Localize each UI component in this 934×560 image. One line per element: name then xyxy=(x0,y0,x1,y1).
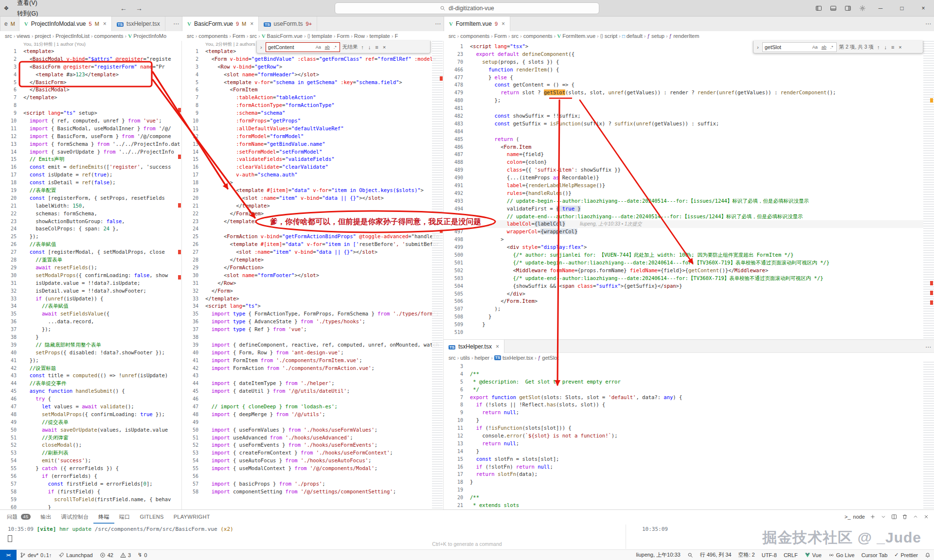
breadcrumb-item[interactable]: ƒ setup xyxy=(647,33,664,39)
panel-tab-gitlens[interactable]: GITLENS xyxy=(135,510,169,524)
find-input[interactable] xyxy=(765,44,809,50)
find-toggle-replace-icon[interactable]: › xyxy=(259,44,263,50)
kill-terminal-icon[interactable] xyxy=(902,514,908,520)
tab-close-icon[interactable]: × xyxy=(103,20,107,27)
tab-overflow-icon[interactable]: ⋯ xyxy=(173,17,179,31)
panel-tab-[interactable]: 终端 xyxy=(93,510,114,524)
find-toggle-replace-icon[interactable]: › xyxy=(756,44,760,50)
find-in-selection-icon[interactable]: ≡ xyxy=(374,44,379,50)
panel-tab-[interactable]: 端口 xyxy=(114,510,135,524)
forward-icon[interactable]: → xyxy=(136,4,143,12)
status-item-launchpad[interactable]: Launchpad xyxy=(55,550,96,560)
status-item-go-live[interactable]: Go Live xyxy=(825,550,858,560)
breadcrumb-item[interactable]: V BasicForm.vue xyxy=(262,33,303,39)
breadcrumb-item[interactable]: template xyxy=(370,33,390,39)
breadcrumb-item[interactable]: utils xyxy=(460,355,470,361)
status-item-cursor-tab[interactable]: Cursor Tab xyxy=(858,550,891,560)
status-item-42[interactable]: 42 xyxy=(96,550,117,560)
status-item-dev[interactable]: dev*0↓1↑ xyxy=(17,550,55,560)
status-item-utf-8[interactable]: UTF-8 xyxy=(758,550,780,560)
breadcrumb[interactable]: src›views›project›ProjectInfoList›compon… xyxy=(0,31,182,41)
breadcrumb[interactable]: src›components›Form›src›components›V For… xyxy=(444,31,934,41)
status-item-vue[interactable]: Vue xyxy=(801,550,825,560)
status-item-bell[interactable] xyxy=(921,550,934,560)
match-case-icon[interactable]: Aa xyxy=(811,44,819,50)
status-item-prettier[interactable]: ✓Prettier xyxy=(891,550,921,560)
split-terminal-icon[interactable] xyxy=(891,514,897,520)
panel-tab-playwright[interactable]: PLAYWRIGHT xyxy=(169,510,215,524)
status-item-search[interactable] xyxy=(684,550,697,560)
tab-formitem-vue[interactable]: VFormItem.vue9× xyxy=(444,17,510,31)
breadcrumb-item[interactable]: src xyxy=(187,33,194,39)
minimap[interactable] xyxy=(432,41,443,509)
command-center-search[interactable]: dl-digitization-vue xyxy=(335,2,599,14)
terminal-shell-item[interactable]: >_ node xyxy=(844,514,865,520)
tab-close-icon[interactable]: × xyxy=(502,20,505,27)
status-item-2[interactable]: 空格: 2 xyxy=(735,550,758,560)
codelens[interactable]: You, 31分钟前 | 1 author (You) xyxy=(0,41,181,48)
remote-indicator[interactable]: >< xyxy=(0,550,17,560)
breadcrumb[interactable]: src›utils›helper›TS tsxHelper.tsx›ƒ getS… xyxy=(444,353,934,363)
breadcrumb-item[interactable]: src xyxy=(449,33,456,39)
tab-stub[interactable]: e M xyxy=(0,17,19,31)
breadcrumb-item[interactable]: Form xyxy=(337,33,350,39)
find-in-selection-icon[interactable]: ≡ xyxy=(890,44,895,50)
layout-sidebar-right-icon[interactable] xyxy=(841,0,855,17)
tab-overflow-icon[interactable]: ⋯ xyxy=(925,17,931,31)
status-item-3[interactable]: 3 xyxy=(117,550,134,560)
whole-word-icon[interactable]: ab xyxy=(324,44,331,50)
editor-basicform[interactable]: You, 2分钟前 | 2 authors (liupeng and one o… xyxy=(182,41,444,509)
find-next-icon[interactable]: ↓ xyxy=(883,44,888,50)
tab-close-icon[interactable]: × xyxy=(250,20,253,27)
breadcrumb-item[interactable]: ƒ renderItem xyxy=(669,33,700,39)
find-close-icon[interactable]: × xyxy=(382,44,387,50)
breadcrumb-item[interactable]: Form xyxy=(233,33,245,39)
minimap[interactable] xyxy=(923,362,934,509)
layout-panel-icon[interactable] xyxy=(826,0,841,17)
breadcrumb-item[interactable]: components xyxy=(198,33,228,39)
settings-gear-icon[interactable] xyxy=(855,0,870,17)
find-prev-icon[interactable]: ↑ xyxy=(876,44,881,50)
tab-tsxhelper-tsx[interactable]: TStsxHelper.tsx× xyxy=(444,340,504,353)
breadcrumb-item[interactable]: ƒ getSlot xyxy=(538,355,559,361)
breadcrumb-item[interactable]: src xyxy=(250,33,257,39)
new-terminal-icon[interactable] xyxy=(870,514,876,520)
breadcrumb-item[interactable]: ProjectInfoList xyxy=(55,33,90,39)
status-item-liupeng-10-33[interactable]: liupeng, 上午10:33 xyxy=(633,550,684,560)
breadcrumb-item[interactable]: components xyxy=(523,33,553,39)
find-next-icon[interactable]: ↓ xyxy=(367,44,372,50)
editor-formitem[interactable]: 1<script lang="tsx">23 export default de… xyxy=(444,41,934,339)
tab-overflow-icon[interactable]: ⋯ xyxy=(435,17,441,31)
breadcrumb-item[interactable]: src xyxy=(449,355,456,361)
editor-projectinfomodal[interactable]: You, 31分钟前 | 1 author (You)1<template>2 … xyxy=(0,41,182,509)
panel-tab-[interactable]: 输出 xyxy=(36,510,56,524)
tab-overflow-icon[interactable]: ⋯ xyxy=(925,340,931,354)
breadcrumb-item[interactable]: src xyxy=(5,33,12,39)
maximize-button[interactable]: □ xyxy=(891,0,913,17)
maximize-panel-icon[interactable] xyxy=(913,514,918,520)
chevron-down-icon[interactable] xyxy=(880,514,886,520)
breadcrumb-item[interactable]: □ default xyxy=(622,33,643,39)
find-close-icon[interactable]: × xyxy=(898,44,902,50)
find-input[interactable] xyxy=(268,44,313,50)
regex-icon[interactable]: .* xyxy=(829,44,834,50)
breadcrumb-item[interactable]: {} template xyxy=(307,33,332,39)
regex-icon[interactable]: .* xyxy=(333,44,338,50)
tab-projectinfomodal-vue[interactable]: VProjectInfoModal.vue5M× xyxy=(19,17,112,31)
tab-close-icon[interactable]: × xyxy=(496,343,499,350)
breadcrumb-item[interactable]: {} script xyxy=(600,33,617,39)
breadcrumb-item[interactable]: TS tsxHelper.tsx xyxy=(494,355,533,361)
breadcrumb-item[interactable]: src xyxy=(511,33,519,39)
status-item-0[interactable]: ↯0 xyxy=(134,550,150,560)
find-prev-icon[interactable]: ↑ xyxy=(360,44,365,50)
back-icon[interactable]: ← xyxy=(120,4,127,12)
breadcrumb-item[interactable]: Form xyxy=(494,33,507,39)
tab-useform-ts[interactable]: TSuseForm.ts9+ xyxy=(259,17,317,31)
whole-word-icon[interactable]: ab xyxy=(821,44,827,50)
breadcrumb-item[interactable]: views xyxy=(17,33,30,39)
layout-sidebar-left-icon[interactable] xyxy=(811,0,826,17)
breadcrumb-item[interactable]: components xyxy=(460,33,489,39)
breadcrumb-item[interactable]: F xyxy=(395,33,398,39)
tab-basicform-vue[interactable]: VBasicForm.vue9M× xyxy=(182,17,259,31)
breadcrumb-item[interactable]: components xyxy=(94,33,124,39)
